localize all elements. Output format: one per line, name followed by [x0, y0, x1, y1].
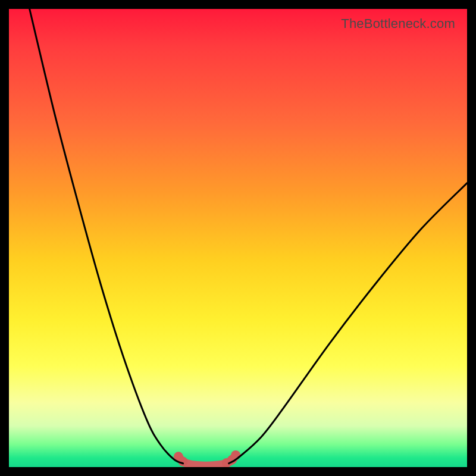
chart-frame: TheBottleneck.com [0, 0, 476, 476]
left-curve [30, 9, 183, 464]
valley-fill-path [178, 456, 236, 466]
valley-dots-group [174, 450, 240, 467]
right-curve [229, 183, 467, 464]
valley-dot [227, 455, 237, 465]
plot-area: TheBottleneck.com [9, 9, 467, 467]
valley-dot [231, 450, 240, 460]
valley-fill-group [178, 456, 236, 466]
valley-dot [222, 458, 231, 467]
valley-dot [178, 457, 188, 466]
chart-svg [9, 9, 467, 467]
watermark-text: TheBottleneck.com [341, 16, 455, 32]
valley-dot [174, 452, 183, 461]
main-curves-group [30, 9, 467, 464]
